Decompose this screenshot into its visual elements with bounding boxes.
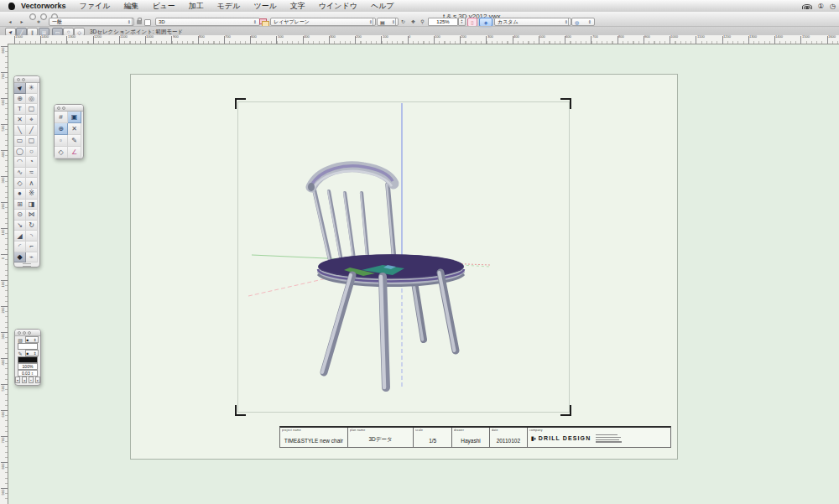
- attributes-palette-titlebar[interactable]: [15, 330, 40, 336]
- rotate-tool[interactable]: ↻: [26, 221, 38, 231]
- lock-icon[interactable]: [137, 20, 142, 24]
- snap-to-distance[interactable]: ✎: [68, 135, 81, 147]
- arc-tool[interactable]: ◠: [14, 157, 26, 168]
- snap-to-grid[interactable]: #: [55, 112, 68, 123]
- snap-to-angle[interactable]: ⊕: [55, 123, 68, 135]
- forward-view-button[interactable]: ▸: [18, 18, 25, 25]
- palette-collapse-button[interactable]: [23, 331, 26, 335]
- menu-1[interactable]: ファイル: [73, 0, 117, 12]
- constrained-line-tool[interactable]: ╱: [26, 125, 38, 136]
- crop-mark-top-left[interactable]: [235, 98, 246, 109]
- sheet-viewport[interactable]: [237, 101, 570, 413]
- array-tool[interactable]: ⊞: [14, 200, 26, 210]
- saved-views-icon[interactable]: ∗: [35, 18, 42, 25]
- pen-style-select[interactable]: ■⇕: [25, 350, 39, 356]
- attribute-default-button-2[interactable]: ▪: [29, 377, 34, 383]
- spray-tool[interactable]: ※: [26, 189, 38, 200]
- zoom-tool[interactable]: ◎: [26, 94, 38, 105]
- crop-mark-bottom-left[interactable]: [235, 405, 246, 416]
- line-tool[interactable]: ╲: [14, 125, 26, 136]
- palette-zoom-button[interactable]: [28, 331, 31, 335]
- sphere-tool[interactable]: ●: [14, 189, 26, 200]
- fit-to-objects-icon[interactable]: ❖: [409, 18, 417, 25]
- palette-collapse-button[interactable]: [22, 78, 25, 81]
- tool-palette-titlebar[interactable]: [14, 76, 39, 83]
- snap-to-tangent[interactable]: ∠: [68, 147, 81, 158]
- circle-tool[interactable]: ○: [26, 147, 38, 158]
- attribute-paint-tool[interactable]: ◆: [14, 252, 26, 263]
- menu-3[interactable]: ビュー: [145, 0, 181, 12]
- render-style-select[interactable]: カスタム ⇕: [494, 18, 571, 26]
- zoom-stepper[interactable]: ▴ ▾: [458, 18, 466, 26]
- text-tool[interactable]: T: [14, 104, 26, 115]
- snap-palette-titlebar[interactable]: [55, 105, 83, 112]
- fillet-tool[interactable]: ◢: [14, 231, 26, 242]
- pie-arc-tool[interactable]: ◔: [26, 157, 38, 168]
- palette-close-button[interactable]: [17, 78, 20, 81]
- center-circle-tool[interactable]: ⊙: [14, 210, 26, 221]
- saved-view-select[interactable]: 一般 ⇕: [49, 18, 134, 26]
- update-view-icon[interactable]: ↻: [399, 18, 407, 25]
- ruler-label: 900: [644, 35, 650, 39]
- oval-tool[interactable]: ◯: [14, 147, 26, 158]
- rectangle-tool[interactable]: ▭: [14, 136, 26, 147]
- zoom-level-field[interactable]: 125%: [428, 18, 458, 26]
- crop-mark-top-right[interactable]: [560, 98, 571, 109]
- freehand-tool[interactable]: ∿: [14, 168, 26, 179]
- fill-style-select[interactable]: ■⇕: [25, 336, 39, 343]
- attribute-default-button-1[interactable]: ◂: [22, 377, 27, 383]
- snap-to-intersection[interactable]: ✕: [68, 123, 81, 135]
- back-view-button[interactable]: ◂: [7, 18, 13, 25]
- crop-mark-bottom-right[interactable]: [560, 405, 571, 416]
- menu-8[interactable]: ウインドウ: [312, 0, 364, 12]
- menu-7[interactable]: 文字: [284, 0, 312, 12]
- apple-menu-icon[interactable]: [8, 3, 15, 10]
- polygon-tool[interactable]: ◇: [14, 178, 26, 189]
- spline-tool[interactable]: ≈: [26, 168, 38, 179]
- marquee-select-tool[interactable]: ▢: [26, 104, 38, 115]
- locus-tool[interactable]: ✕: [14, 115, 26, 126]
- corner-tool[interactable]: ◜: [14, 242, 26, 252]
- palette-collapse-button[interactable]: [62, 107, 65, 110]
- view-mode-select[interactable]: ◍ ⇕: [571, 18, 595, 26]
- single-object-mode-icon: ╱: [20, 29, 23, 35]
- attribute-default-button-3[interactable]: ▸: [35, 377, 40, 383]
- offset-tool[interactable]: ⌐: [26, 242, 38, 252]
- deform-tool[interactable]: ✳: [26, 83, 38, 94]
- mirror-tool[interactable]: ⋈: [26, 210, 38, 221]
- menu-5[interactable]: モデル: [211, 0, 248, 12]
- clock-menu-icon[interactable]: ◷: [830, 3, 836, 10]
- snap-to-smart-edge[interactable]: ◇: [55, 147, 68, 158]
- pen-color-swatch[interactable]: [18, 356, 38, 363]
- palette-resize-handle[interactable]: [14, 262, 39, 267]
- selection-tool[interactable]: ►: [14, 83, 26, 94]
- menu-2[interactable]: 編集: [117, 0, 145, 12]
- menu-4[interactable]: 加工: [182, 0, 211, 12]
- palette-close-button[interactable]: [18, 331, 21, 335]
- opacity-field[interactable]: 100%: [18, 363, 38, 370]
- snap-point-tool[interactable]: ⌖: [26, 115, 38, 126]
- extrude-tool[interactable]: ◨: [26, 200, 38, 210]
- menu-9[interactable]: ヘルプ: [364, 0, 401, 12]
- rounded-rectangle-tool[interactable]: ▢: [26, 136, 38, 147]
- polyline-tool[interactable]: ∧: [26, 178, 38, 189]
- snap-to-smart-point[interactable]: ▫: [55, 135, 68, 147]
- menu-app[interactable]: Vectorworks: [21, 0, 73, 12]
- plane-select[interactable]: レイヤプレーン ⇕: [270, 18, 376, 26]
- fill-color-swatch[interactable]: [18, 343, 38, 350]
- palette-close-button[interactable]: [57, 107, 60, 110]
- class-options-checkbox[interactable]: [144, 19, 151, 26]
- connect-combine-tool[interactable]: ⌁: [26, 252, 38, 263]
- view-select[interactable]: 3D ⇕: [155, 18, 260, 26]
- attribute-default-button-0[interactable]: ▾: [15, 377, 20, 383]
- zoom-magnifier-icon[interactable]: ⚲: [419, 18, 426, 25]
- wifi-icon[interactable]: [803, 3, 812, 9]
- line-weight-select[interactable]: 0.03⇕: [18, 370, 38, 377]
- info-menu-icon[interactable]: ①: [818, 3, 824, 10]
- pan-tool[interactable]: ⊕: [14, 94, 26, 105]
- titleblock-label: project name: [282, 429, 301, 431]
- menu-6[interactable]: ツール: [247, 0, 283, 12]
- snap-to-object[interactable]: ▣: [68, 112, 81, 123]
- move-tool[interactable]: ↘: [14, 221, 26, 231]
- arc-smoothing-tool[interactable]: ◝: [26, 231, 38, 242]
